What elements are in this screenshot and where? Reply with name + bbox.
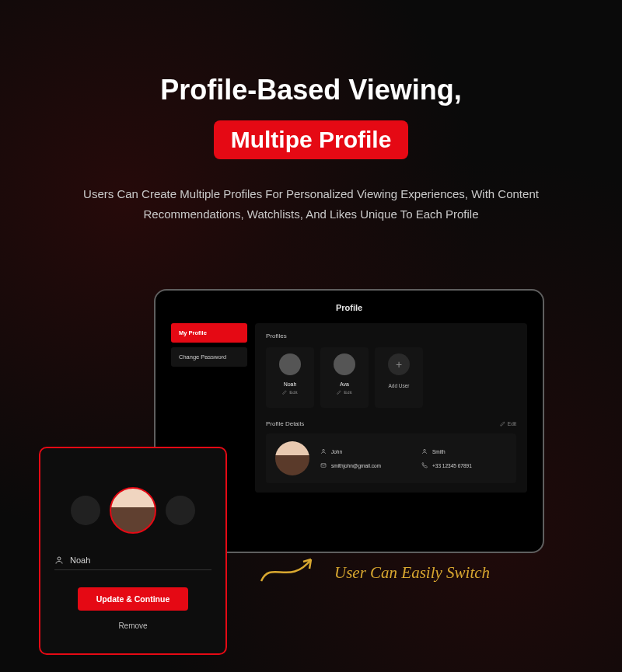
callout-arrow-icon xyxy=(255,544,333,590)
avatar xyxy=(334,353,355,375)
plus-icon: + xyxy=(388,353,410,375)
profile-name: Noah xyxy=(284,381,297,387)
first-name-value: John xyxy=(331,449,342,454)
main-panel: Profiles Noah Edit Ava Edit xyxy=(255,323,527,493)
name-input[interactable]: Noah xyxy=(54,555,211,570)
sidebar-item-change-password[interactable]: Change Password xyxy=(171,347,247,367)
profile-card-ava[interactable]: Ava Edit xyxy=(320,347,369,408)
page-title: Profile-Based Viewing, xyxy=(0,74,622,106)
pencil-icon xyxy=(282,390,287,395)
email-value: smithjohn@gmail.com xyxy=(331,463,381,468)
screen-title: Profile xyxy=(171,303,527,312)
svg-point-0 xyxy=(323,449,325,451)
name-value: Noah xyxy=(70,555,90,565)
profile-details-card: John Smith smithjohn@gmail.com +33 xyxy=(266,433,516,483)
user-icon xyxy=(421,448,428,454)
switcher-avatar-current[interactable] xyxy=(110,487,156,534)
user-icon xyxy=(320,448,327,454)
phone-icon xyxy=(421,462,428,468)
callout-text: User Can Easily Switch xyxy=(334,563,490,583)
profile-details-label: Profile Details xyxy=(266,420,304,427)
email-field: smithjohn@gmail.com xyxy=(320,462,406,468)
add-user-label: Add User xyxy=(388,383,409,388)
edit-profile-link[interactable]: Edit xyxy=(282,390,297,395)
pencil-icon xyxy=(337,390,341,395)
avatar xyxy=(275,441,309,475)
edit-profile-overlay: Noah Update & Continue Remove xyxy=(39,447,227,655)
first-name-field: John xyxy=(320,448,406,454)
user-icon xyxy=(54,555,64,565)
sidebar-item-my-profile[interactable]: My Profile xyxy=(171,323,247,343)
edit-details-link[interactable]: Edit xyxy=(500,421,516,427)
hero-badge: Multipe Profile xyxy=(214,120,409,159)
profile-switcher[interactable] xyxy=(71,487,195,534)
phone-field: +33 12345 67891 xyxy=(421,462,507,468)
edit-label: Edit xyxy=(344,390,351,395)
switcher-avatar-prev[interactable] xyxy=(71,496,100,525)
update-continue-button[interactable]: Update & Continue xyxy=(78,587,189,611)
phone-value: +33 12345 67891 xyxy=(432,463,472,468)
svg-point-3 xyxy=(58,557,61,560)
profile-name: Ava xyxy=(340,381,349,387)
avatar xyxy=(279,353,301,375)
edit-label: Edit xyxy=(508,421,516,427)
profiles-label: Profiles xyxy=(266,333,516,339)
switcher-avatar-next[interactable] xyxy=(166,496,195,525)
remove-button[interactable]: Remove xyxy=(118,622,147,630)
add-user-button[interactable]: + Add User xyxy=(375,347,423,408)
svg-point-1 xyxy=(424,449,426,451)
mail-icon xyxy=(320,462,327,468)
profile-card-noah[interactable]: Noah Edit xyxy=(266,347,314,408)
hero-subtitle: Users Can Create Multiple Profiles For P… xyxy=(47,184,575,224)
pencil-icon xyxy=(500,421,505,427)
edit-label: Edit xyxy=(289,390,297,395)
last-name-value: Smith xyxy=(432,449,446,454)
edit-profile-link[interactable]: Edit xyxy=(337,390,351,395)
last-name-field: Smith xyxy=(421,448,507,454)
